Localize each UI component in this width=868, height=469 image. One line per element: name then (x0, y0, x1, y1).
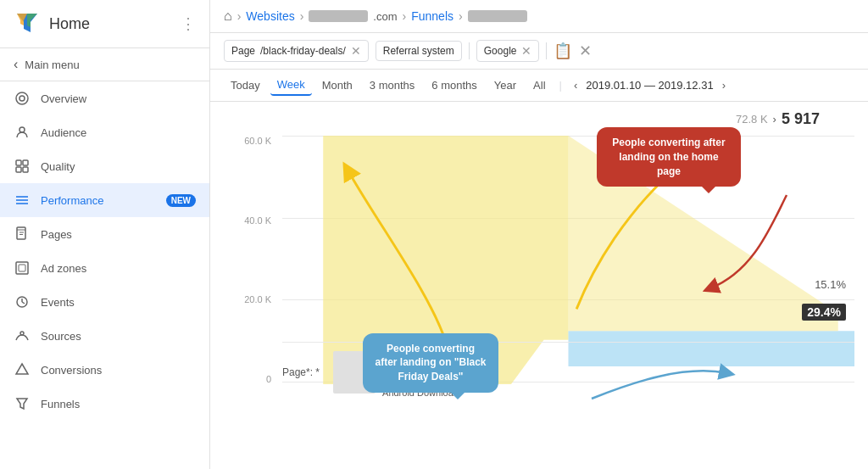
filter-bar: Page /black-friday-deals/ ✕ Referral sys… (210, 33, 868, 70)
breadcrumb-funnels[interactable]: Funnels (411, 9, 453, 23)
date-period-today[interactable]: Today (224, 75, 267, 95)
sidebar-sources-label: Sources (41, 330, 196, 343)
chart-stat-prev: 72.8 K (736, 113, 768, 126)
sidebar-item-conversions[interactable]: Conversions (0, 353, 209, 387)
performance-icon (14, 192, 31, 209)
pct-label-1: 15.1% (815, 278, 846, 291)
annotation-bubble-red: People converting after landing on the h… (597, 127, 741, 187)
sidebar-overview-label: Overview (41, 92, 196, 105)
red-bubble-text: People converting after landing on the h… (612, 137, 725, 177)
sidebar-funnels-label: Funnels (41, 398, 196, 410)
breadcrumb-sep-1: › (237, 9, 242, 23)
app-logo-icon (14, 10, 41, 37)
date-period-all[interactable]: All (526, 75, 552, 95)
app-title: Home (49, 15, 90, 33)
pct-label-2: 29.4% (802, 304, 846, 321)
y-label-40k: 40.0 K (244, 215, 271, 226)
svg-point-4 (19, 96, 25, 101)
sidebar-events-label: Events (41, 296, 196, 309)
chevron-left-icon: ‹ (14, 57, 18, 72)
sidebar-ad-zones-label: Ad zones (41, 262, 196, 275)
sidebar-menu-dots[interactable]: ⋮ (181, 14, 196, 33)
blue-bubble-text: People converting after landing on "Blac… (375, 343, 486, 383)
filter-divider (469, 42, 470, 59)
breadcrumb: ⌂ › Websites › .com › Funnels › (210, 0, 868, 33)
sidebar-header: Home ⋮ (0, 0, 209, 48)
chart-area: 72.8 K › 5 917 60.0 K 40.0 K 20.0 K 0 (210, 102, 868, 469)
svg-rect-8 (16, 167, 21, 172)
date-period-year[interactable]: Year (487, 75, 523, 95)
quality-icon (14, 158, 31, 175)
filter-chip-referral[interactable]: Referral system (376, 41, 462, 61)
y-label-60k: 60.0 K (244, 136, 271, 146)
y-label-0: 0 (266, 374, 271, 384)
date-period-week[interactable]: Week (270, 75, 312, 96)
svg-rect-9 (23, 167, 28, 172)
main-content: ⌂ › Websites › .com › Funnels › Page /bl… (210, 0, 868, 469)
sources-icon (14, 327, 31, 344)
conversions-icon (14, 361, 31, 378)
svg-point-5 (19, 127, 25, 132)
sidebar-item-performance[interactable]: Performance NEW (0, 183, 209, 217)
overview-icon (14, 90, 31, 107)
filter-chip-google-label: Google (484, 45, 517, 57)
chart-stat-arrow: › (773, 113, 776, 126)
breadcrumb-sep-3: › (403, 9, 407, 23)
sidebar-item-sources[interactable]: Sources (0, 319, 209, 353)
sidebar-item-ad-zones[interactable]: Ad zones (0, 251, 209, 285)
sidebar-item-pages[interactable]: Pages (0, 217, 209, 251)
sidebar-item-events[interactable]: Events (0, 285, 209, 319)
filter-chip-page-remove[interactable]: ✕ (351, 44, 361, 58)
date-period-6months[interactable]: 6 months (425, 75, 483, 95)
sidebar-item-audience[interactable]: Audience (0, 115, 209, 149)
breadcrumb-websites[interactable]: Websites (246, 9, 294, 23)
page-label: Page*: * (282, 366, 320, 378)
filter-chip-referral-label: Referral system (383, 45, 454, 57)
sidebar-item-funnels[interactable]: Funnels (0, 387, 209, 421)
y-label-20k: 20.0 K (244, 294, 271, 304)
date-period-month[interactable]: Month (315, 75, 359, 95)
filter-chip-page-value: /black-friday-deals/ (260, 45, 346, 57)
sidebar-item-quality[interactable]: Quality (0, 149, 209, 183)
y-axis: 60.0 K 40.0 K 20.0 K 0 (236, 136, 278, 384)
funnels-icon (14, 395, 31, 412)
svg-rect-13 (17, 227, 25, 239)
svg-line-18 (22, 302, 25, 304)
filter-chip-google-remove[interactable]: ✕ (521, 44, 531, 58)
sidebar: Home ⋮ ‹ Main menu Overview Audience Qua… (0, 0, 210, 469)
date-period-3months[interactable]: 3 months (363, 75, 421, 95)
filter-chip-google[interactable]: Google ✕ (476, 40, 540, 62)
breadcrumb-sep-2: › (300, 9, 304, 23)
filter-divider-2 (546, 42, 547, 59)
filter-chip-page[interactable]: Page /black-friday-deals/ ✕ (224, 40, 369, 62)
svg-marker-20 (16, 364, 28, 374)
sidebar-pages-label: Pages (41, 228, 196, 241)
breadcrumb-domain-tld: .com (373, 10, 397, 23)
date-nav-next[interactable]: › (717, 77, 731, 93)
annotation-bubble-blue: People converting after landing on "Blac… (363, 333, 498, 393)
svg-rect-7 (23, 160, 28, 165)
breadcrumb-domain-blurred (309, 10, 368, 22)
filter-close-icon[interactable]: ✕ (579, 42, 592, 60)
breadcrumb-sep-4: › (459, 9, 463, 23)
svg-point-3 (16, 92, 28, 104)
main-menu-item[interactable]: ‹ Main menu (0, 48, 209, 81)
events-icon (14, 293, 31, 310)
ad-zones-icon (14, 260, 31, 276)
filter-doc-icon[interactable]: 📋 (554, 42, 572, 60)
sidebar-item-overview[interactable]: Overview (0, 81, 209, 115)
sidebar-conversions-label: Conversions (41, 364, 196, 377)
svg-rect-6 (16, 160, 21, 165)
chart-stat-value: 5 917 (782, 110, 820, 128)
date-range-text: 2019.01.10 — 2019.12.31 (586, 79, 713, 92)
funnel-container: 60.0 K 40.0 K 20.0 K 0 (236, 136, 854, 401)
date-separator: | (559, 79, 562, 92)
sidebar-quality-label: Quality (41, 160, 196, 173)
date-nav-prev[interactable]: ‹ (569, 77, 582, 93)
sidebar-audience-label: Audience (41, 126, 196, 139)
performance-new-badge: NEW (166, 194, 196, 207)
breadcrumb-funnel-blurred (468, 10, 527, 22)
svg-marker-2 (27, 14, 37, 27)
svg-rect-14 (16, 262, 28, 274)
home-icon[interactable]: ⌂ (224, 8, 232, 24)
